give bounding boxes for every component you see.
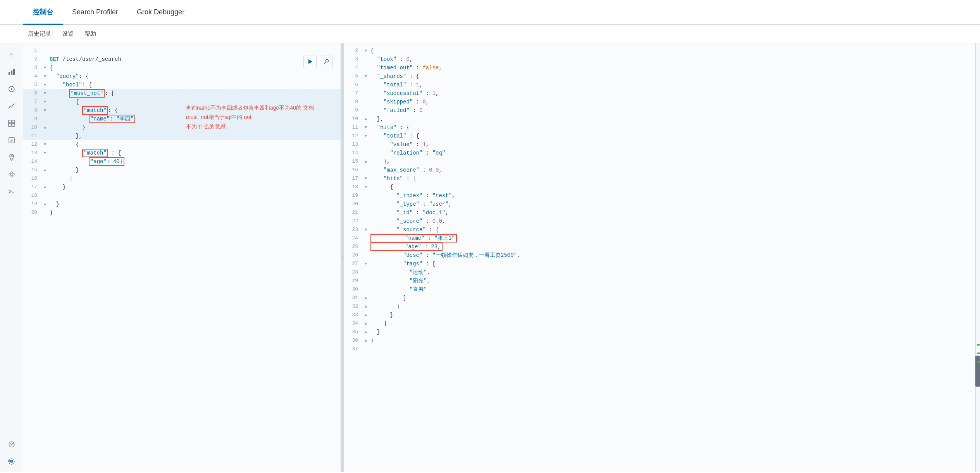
right-scrollbar[interactable] xyxy=(975,43,980,472)
result-line-26: 26 "desc" : "一顿操作猛如虎，一看工资2500", xyxy=(344,251,975,260)
line-num-10: 10 xyxy=(23,123,42,132)
result-line-35: 35 ▲ } xyxy=(344,328,975,336)
line-content-7: { xyxy=(48,98,341,106)
line-toggle-19[interactable]: ▲ xyxy=(42,200,48,208)
result-toggle-32[interactable]: ▲ xyxy=(363,302,369,311)
result-line-9: 9 "failed" : 0 xyxy=(344,106,975,115)
result-panel: 2 ▼ { 3 "took" : 0, 4 "timed_out" : fals… xyxy=(344,43,975,472)
result-toggle-33[interactable]: ▲ xyxy=(363,311,369,319)
result-toggle-34[interactable]: ▲ xyxy=(363,319,369,328)
sidebar-icon-maps[interactable] xyxy=(4,150,19,165)
result-toggle-5[interactable]: ▼ xyxy=(363,72,369,81)
sidebar-icon-home[interactable]: ⌂ xyxy=(4,47,19,63)
nav-help[interactable]: 帮助 xyxy=(84,30,96,38)
line-toggle-15[interactable]: ▲ xyxy=(42,166,48,174)
arrow-icon[interactable]: ⇒ xyxy=(8,457,14,465)
result-line-8: 8 "skipped" : 0, xyxy=(344,98,975,106)
code-line-5: 5 ▼ "bool": { xyxy=(23,81,341,89)
result-toggle-10[interactable]: ▲ xyxy=(363,115,369,123)
editor-toolbar xyxy=(303,55,333,68)
svg-line-23 xyxy=(324,62,326,64)
result-line-6: 6 "total" : 1, xyxy=(344,81,975,89)
svg-line-16 xyxy=(12,173,13,174)
line-toggle-13[interactable]: ▼ xyxy=(42,149,48,157)
sidebar-icon-devtools[interactable] xyxy=(4,184,19,199)
line-num-8: 8 xyxy=(23,106,42,115)
svg-point-10 xyxy=(11,155,12,157)
result-toggle-31[interactable]: ▲ xyxy=(363,294,369,302)
line-content-14: "age": 40} xyxy=(48,157,341,166)
result-toggle-18[interactable]: ▼ xyxy=(363,183,369,191)
result-toggle-15[interactable]: ▲ xyxy=(363,157,369,166)
sidebar-icon-analytics[interactable] xyxy=(4,64,19,80)
main-layout: ⌂ xyxy=(0,43,980,472)
result-toggle-2[interactable]: ▼ xyxy=(363,46,369,55)
code-line-3: 3 ▼ { xyxy=(23,64,341,72)
line-num-9: 9 xyxy=(23,115,42,123)
result-toggle-12[interactable]: ▼ xyxy=(363,132,369,140)
svg-line-15 xyxy=(10,173,11,174)
line-content-20: } xyxy=(48,208,341,217)
result-line-17: 17 ▼ "hits" : [ xyxy=(344,174,975,183)
code-editor: 1 2 GET /test/user/_search 3 ▼ { 4 ▼ "qu… xyxy=(23,43,341,220)
result-toggle-11[interactable]: ▼ xyxy=(363,123,369,132)
line-num-11: 11 xyxy=(23,132,42,140)
result-line-27: 27 ▼ "tags" : [ xyxy=(344,260,975,268)
tab-console[interactable]: 控制台 xyxy=(23,0,63,25)
svg-point-14 xyxy=(11,175,12,177)
tab-search-profiler[interactable]: Search Profiler xyxy=(63,0,127,24)
wrench-button[interactable] xyxy=(320,55,333,68)
run-button[interactable] xyxy=(303,55,317,68)
panel-divider[interactable]: ⋮ xyxy=(341,43,344,472)
sidebar-icon-discover[interactable] xyxy=(4,81,19,97)
line-toggle-4[interactable]: ▼ xyxy=(42,72,48,81)
line-toggle-6[interactable]: ▼ xyxy=(42,89,48,98)
result-toggle-27[interactable]: ▼ xyxy=(363,260,369,268)
line-content-5: "bool": { xyxy=(48,81,341,89)
nav-settings[interactable]: 设置 xyxy=(62,30,74,38)
result-line-19: 19 "_index" : "test", xyxy=(344,191,975,200)
result-line-10: 10 ▲ }, xyxy=(344,115,975,123)
line-num-7: 7 xyxy=(23,98,42,106)
result-line-3: 3 "took" : 0, xyxy=(344,55,975,64)
result-line-28: 28 "运动", xyxy=(344,268,975,277)
line-toggle-12[interactable]: ▼ xyxy=(42,140,48,149)
line-toggle-3[interactable]: ▼ xyxy=(42,64,48,72)
line-content-17: } xyxy=(48,183,341,191)
svg-marker-21 xyxy=(308,59,312,64)
sidebar-icon-visualize[interactable] xyxy=(4,98,19,114)
result-toggle-35[interactable]: ▲ xyxy=(363,328,369,336)
code-line-17: 17 ▲ } xyxy=(23,183,341,191)
line-toggle-8[interactable]: ▼ xyxy=(42,106,48,115)
sidebar-icon-monitoring[interactable] xyxy=(4,437,19,452)
code-line-2: 2 GET /test/user/_search xyxy=(23,55,341,64)
svg-point-4 xyxy=(11,88,12,90)
result-line-12: 12 ▼ "total" : { xyxy=(344,132,975,140)
result-line-30: 30 "直男" xyxy=(344,285,975,294)
sidebar: ⌂ xyxy=(0,43,23,472)
line-toggle-7[interactable]: ▼ xyxy=(42,98,48,106)
sidebar-icon-ml[interactable] xyxy=(4,167,19,182)
line-content-2: GET /test/user/_search xyxy=(48,55,341,64)
code-line-20: 20 } xyxy=(23,208,341,217)
line-num-19: 19 xyxy=(23,200,42,208)
code-line-6: 6 ▼ "must_not": [ xyxy=(23,89,341,98)
line-num-5: 5 xyxy=(23,81,42,89)
line-toggle-17[interactable]: ▲ xyxy=(42,183,48,191)
sidebar-icon-dashboard[interactable] xyxy=(4,115,19,131)
result-line-37: 37 xyxy=(344,345,975,353)
nav-history[interactable]: 历史记录 xyxy=(28,30,51,38)
line-content-12: { xyxy=(48,140,341,149)
result-line-23: 23 ▼ "_source" : { xyxy=(344,225,975,234)
tab-grok-debugger[interactable]: Grok Debugger xyxy=(127,0,194,24)
sidebar-icon-canvas[interactable] xyxy=(4,132,19,148)
code-line-8: 8 ▼ "match": { xyxy=(23,106,341,115)
svg-rect-6 xyxy=(12,120,15,123)
result-toggle-17[interactable]: ▼ xyxy=(363,174,369,183)
line-toggle-5[interactable]: ▼ xyxy=(42,81,48,89)
result-line-31: 31 ▲ ] xyxy=(344,294,975,302)
result-toggle-36[interactable]: ▲ xyxy=(363,336,369,345)
result-toggle-23[interactable]: ▼ xyxy=(363,225,369,234)
line-toggle-10[interactable]: ▲ xyxy=(42,123,48,132)
result-line-22: 22 "_score" : 0.0, xyxy=(344,217,975,225)
